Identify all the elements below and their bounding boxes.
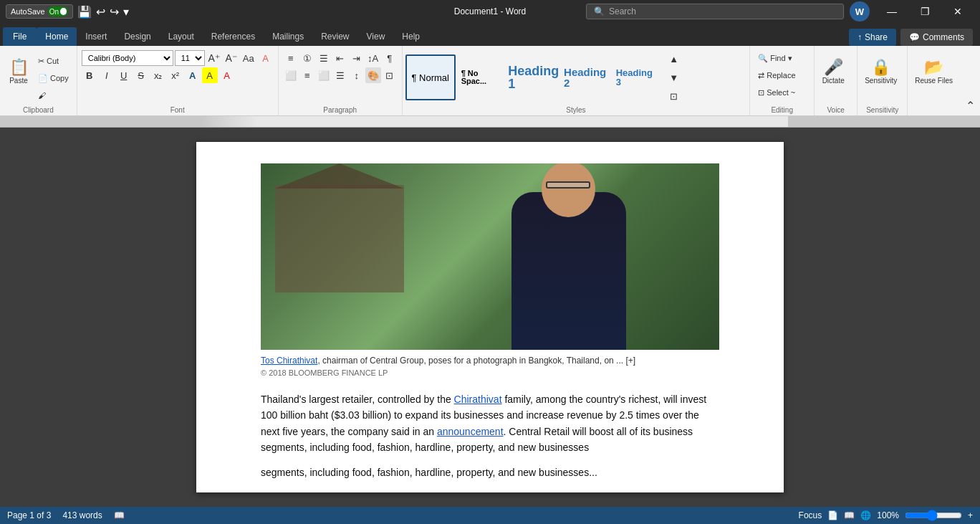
dictate-button[interactable]: 🎤 Dictate — [819, 49, 847, 95]
tab-home[interactable]: Home — [37, 27, 77, 46]
multilevel-button[interactable]: ☰ — [316, 50, 332, 66]
toggle-circle — [60, 8, 67, 15]
styles-more-button[interactable]: ⊡ — [666, 88, 682, 104]
bold-button[interactable]: B — [82, 67, 97, 83]
style-heading1[interactable]: Heading 1 — [509, 54, 559, 100]
align-right-button[interactable]: ⬜ — [316, 67, 332, 83]
style-no-spacing[interactable]: ¶ No Spac... — [457, 54, 507, 100]
autosave-button[interactable]: AutoSave On — [6, 4, 73, 19]
font-size-select[interactable]: 11 — [175, 50, 205, 66]
decrease-font-button[interactable]: A⁻ — [224, 50, 239, 66]
format-painter-button[interactable]: 🖌 — [34, 87, 72, 103]
select-button[interactable]: ⊡ Select ~ — [754, 85, 799, 100]
tab-references[interactable]: References — [203, 27, 264, 46]
line-spacing-button[interactable]: ↕ — [349, 67, 365, 83]
restore-button[interactable]: ❐ — [908, 0, 941, 23]
read-mode-icon[interactable]: 📖 — [844, 510, 855, 520]
user-avatar[interactable]: W — [850, 1, 870, 22]
zoom-in-icon[interactable]: + — [968, 510, 973, 520]
person-head — [542, 163, 595, 217]
cut-button[interactable]: ✂ Cut — [34, 53, 72, 69]
tab-review[interactable]: Review — [312, 27, 357, 46]
minimize-button[interactable]: — — [875, 0, 908, 23]
increase-indent-button[interactable]: ⇥ — [349, 50, 365, 66]
styles-down-button[interactable]: ▼ — [666, 70, 682, 85]
ribbon-right-buttons: ↑ Share 💬 Comments — [849, 29, 980, 46]
page-count: Page 1 of 3 — [7, 510, 51, 520]
close-button[interactable]: ✕ — [941, 0, 974, 23]
style-heading2[interactable]: Heading 2 — [560, 54, 610, 100]
font-name-select[interactable]: Calibri (Body) — [82, 50, 173, 66]
borders-button[interactable]: ⊡ — [382, 67, 398, 83]
proofing-icon[interactable]: 📖 — [114, 510, 125, 520]
change-case-button[interactable]: Aa — [241, 50, 256, 66]
subscript-button[interactable]: x₂ — [150, 67, 166, 83]
web-layout-icon[interactable]: 🌐 — [860, 510, 871, 520]
tab-mailings[interactable]: Mailings — [264, 27, 312, 46]
replace-button[interactable]: ⇄ Replace — [754, 67, 799, 83]
decrease-indent-button[interactable]: ⇤ — [332, 50, 348, 66]
styles-up-button[interactable]: ▲ — [666, 51, 682, 67]
focus-button[interactable]: Focus — [799, 510, 822, 520]
increase-font-button[interactable]: A⁺ — [206, 50, 222, 66]
announcement-link[interactable]: announcement — [437, 426, 504, 437]
ribbon: 📋 Paste ✂ Cut 📄 Copy 🖌 Clipboard Calibri… — [0, 46, 980, 116]
style-normal[interactable]: ¶ Normal — [405, 54, 456, 100]
caption: Tos Chirathivat, chairman of Central Gro… — [261, 356, 719, 366]
clear-format-button[interactable]: A — [258, 50, 274, 66]
paste-button[interactable]: 📋 Paste — [4, 49, 33, 95]
paragraph-buttons: ≡ ① ☰ ⇤ ⇥ ↕A ¶ ⬜ ≡ ⬜ ☰ ↕ 🎨 ⊡ — [283, 49, 398, 83]
sensitivity-button[interactable]: 🔒 Sensitivity — [862, 49, 900, 95]
tab-insert[interactable]: Insert — [77, 27, 115, 46]
sort-button[interactable]: ↕A — [365, 50, 381, 66]
underline-button[interactable]: U — [116, 67, 132, 83]
autosave-state: On — [49, 8, 59, 16]
tab-file[interactable]: File — [3, 27, 37, 46]
italic-button[interactable]: I — [99, 67, 115, 83]
paragraph-group: ≡ ① ☰ ⇤ ⇥ ↕A ¶ ⬜ ≡ ⬜ ☰ ↕ 🎨 ⊡ — [279, 46, 403, 115]
search-bar[interactable]: 🔍 Search — [586, 4, 844, 19]
body-paragraph-2: segments, including food, fashion, hardl… — [261, 465, 719, 480]
align-center-button[interactable]: ≡ — [299, 67, 315, 83]
text-effects-button[interactable]: A — [185, 67, 201, 83]
copy-button[interactable]: 📄 Copy — [34, 70, 72, 86]
style-normal-preview: ¶ Normal — [411, 73, 449, 82]
ruler — [0, 116, 980, 128]
justify-button[interactable]: ☰ — [332, 67, 348, 83]
save-icon[interactable]: 💾 — [77, 5, 92, 19]
collapse-ribbon-button[interactable]: ⌃ — [963, 98, 977, 113]
print-layout-icon[interactable]: 📄 — [827, 510, 838, 520]
tab-view[interactable]: View — [358, 27, 394, 46]
numbering-button[interactable]: ① — [299, 50, 315, 66]
clipboard-label: Clipboard — [0, 106, 77, 114]
highlight-button[interactable]: A — [202, 67, 218, 83]
font-color-button[interactable]: A — [219, 67, 235, 83]
tab-layout[interactable]: Layout — [160, 27, 203, 46]
superscript-button[interactable]: x² — [168, 67, 183, 83]
find-button[interactable]: 🔍 Find ▾ — [754, 50, 799, 66]
bullets-button[interactable]: ≡ — [283, 50, 299, 66]
align-left-button[interactable]: ⬜ — [283, 67, 299, 83]
redo-icon[interactable]: ↪ — [110, 5, 119, 19]
undo-icon[interactable]: ↩ — [96, 5, 105, 19]
show-hide-button[interactable]: ¶ — [382, 50, 398, 66]
strikethrough-button[interactable]: S — [133, 67, 149, 83]
font-row1: Calibri (Body) 11 A⁺ A⁻ Aa A — [82, 50, 274, 66]
chirathivat-link[interactable]: Chirathivat — [454, 394, 502, 405]
voice-group: 🎤 Dictate Voice — [815, 46, 858, 115]
copy-icon: 📄 — [38, 74, 48, 83]
replace-icon: ⇄ — [758, 71, 764, 80]
caption-link[interactable]: Tos Chirathivat — [261, 356, 317, 366]
comments-button[interactable]: 💬 Comments — [900, 29, 973, 46]
autosave-toggle[interactable]: On — [48, 6, 68, 16]
font-row2: B I U S x₂ x² A A A — [82, 67, 274, 83]
share-button[interactable]: ↑ Share — [849, 29, 896, 46]
zoom-slider[interactable] — [905, 510, 962, 520]
style-heading3[interactable]: Heading 3 — [612, 54, 662, 100]
shading-button[interactable]: 🎨 — [365, 67, 381, 83]
tab-design[interactable]: Design — [115, 27, 159, 46]
more-icon[interactable]: ▾ — [123, 5, 129, 19]
tab-help[interactable]: Help — [393, 27, 428, 46]
sensitivity-group: 🔒 Sensitivity Sensitivity — [858, 46, 908, 115]
reuse-files-button[interactable]: 📂 Reuse Files — [912, 49, 956, 95]
